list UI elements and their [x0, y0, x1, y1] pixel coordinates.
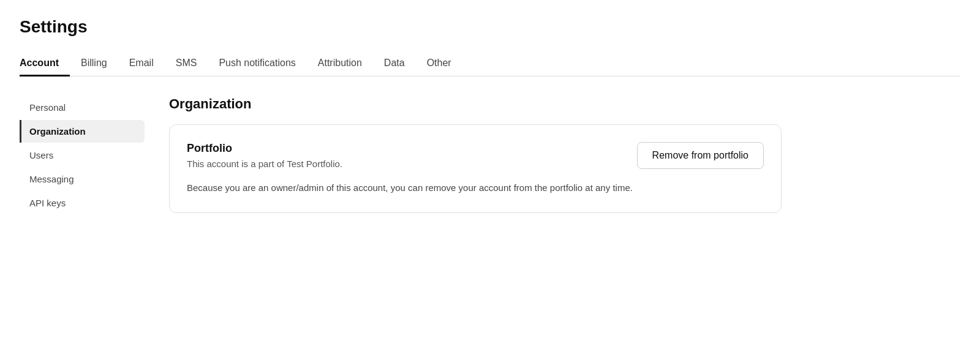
portfolio-title: Portfolio [187, 142, 617, 155]
page-title: Settings [20, 17, 960, 37]
sidebar-item-organization[interactable]: Organization [20, 120, 145, 143]
sidebar-item-users[interactable]: Users [20, 144, 145, 167]
portfolio-card: Portfolio This account is a part of Test… [169, 124, 782, 213]
section-title: Organization [169, 96, 960, 112]
tab-email[interactable]: Email [118, 51, 165, 77]
tab-billing[interactable]: Billing [70, 51, 118, 77]
tab-push-notifications[interactable]: Push notifications [208, 51, 306, 77]
tab-attribution[interactable]: Attribution [307, 51, 373, 77]
main-content: Organization Portfolio This account is a… [154, 96, 960, 215]
portfolio-info: Portfolio This account is a part of Test… [187, 142, 617, 169]
sidebar-item-api-keys[interactable]: API keys [20, 192, 145, 214]
sidebar-item-messaging[interactable]: Messaging [20, 168, 145, 190]
sidebar-item-personal[interactable]: Personal [20, 96, 145, 119]
sidebar: Personal Organization Users Messaging AP… [20, 96, 154, 215]
tab-sms[interactable]: SMS [165, 51, 208, 77]
portfolio-note: Because you are an owner/admin of this a… [187, 181, 764, 195]
portfolio-description: This account is a part of Test Portfolio… [187, 159, 617, 169]
tab-data[interactable]: Data [373, 51, 416, 77]
remove-from-portfolio-button[interactable]: Remove from portfolio [637, 142, 764, 169]
tab-account[interactable]: Account [20, 51, 70, 77]
top-nav: Account Billing Email SMS Push notificat… [20, 51, 960, 77]
tab-other[interactable]: Other [416, 51, 462, 77]
